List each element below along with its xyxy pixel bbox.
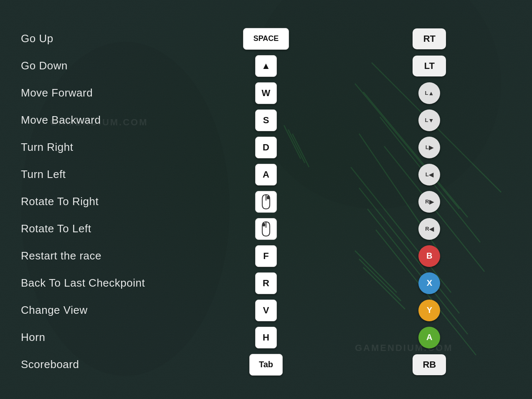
binding-row: Turn Left A L◀ bbox=[21, 161, 511, 188]
action-label: Horn bbox=[21, 331, 184, 344]
keyboard-col: ▲ bbox=[184, 55, 347, 77]
gp-lt: LT bbox=[413, 56, 446, 76]
keyboard-col bbox=[184, 191, 347, 213]
gamepad-col: B bbox=[348, 245, 511, 267]
keyboard-col: V bbox=[184, 300, 347, 321]
key-f: F bbox=[255, 245, 277, 267]
gp-y-button: Y bbox=[418, 300, 440, 321]
main-container: Go Up SPACE RT Go Down ▲ LT Move Forward… bbox=[0, 0, 532, 391]
gamepad-col: LT bbox=[348, 56, 511, 76]
mouse-left-icon bbox=[255, 218, 277, 240]
gamepad-col: L▶ bbox=[348, 137, 511, 158]
bindings-list: Go Up SPACE RT Go Down ▲ LT Move Forward… bbox=[21, 25, 511, 378]
keyboard-col: SPACE bbox=[184, 28, 347, 50]
keyboard-col: A bbox=[184, 164, 347, 186]
binding-row: Move Forward W L▲ bbox=[21, 79, 511, 107]
gamepad-col: X bbox=[348, 272, 511, 294]
binding-row: Change View V Y bbox=[21, 297, 511, 324]
action-label: Move Backward bbox=[21, 114, 184, 127]
key-h: H bbox=[255, 327, 277, 348]
key-▲: ▲ bbox=[255, 55, 277, 77]
header-row bbox=[21, 13, 511, 17]
action-label: Go Up bbox=[21, 32, 184, 45]
key-d: D bbox=[255, 137, 277, 158]
rstick-right-icon: R▶ bbox=[418, 191, 440, 213]
action-label: Change View bbox=[21, 304, 184, 317]
keyboard-col: D bbox=[184, 137, 347, 158]
gp-a-button: A bbox=[418, 327, 440, 348]
mouse-right-icon bbox=[255, 191, 277, 213]
keyboard-col: F bbox=[184, 245, 347, 267]
binding-row: Horn H A bbox=[21, 324, 511, 351]
gamepad-col: R▶ bbox=[348, 191, 511, 213]
action-label: Move Forward bbox=[21, 86, 184, 99]
key-space: SPACE bbox=[243, 28, 289, 50]
key-a: A bbox=[255, 164, 277, 186]
binding-row: Rotate To Right R▶ bbox=[21, 188, 511, 215]
keyboard-col: R bbox=[184, 272, 347, 294]
gamepad-col: A bbox=[348, 327, 511, 348]
action-label: Restart the race bbox=[21, 249, 184, 262]
gp-rt: RT bbox=[413, 28, 446, 49]
keyboard-col: Tab bbox=[184, 354, 347, 376]
stick-right-icon: L▶ bbox=[418, 137, 440, 158]
key-s: S bbox=[255, 109, 277, 131]
stick-left-icon: L◀ bbox=[418, 164, 440, 186]
stick-up-icon: L▲ bbox=[418, 82, 440, 104]
key-w: W bbox=[255, 82, 277, 104]
svg-rect-23 bbox=[263, 223, 265, 226]
action-label: Rotate To Left bbox=[21, 222, 184, 235]
gp-rb: RB bbox=[413, 354, 446, 375]
keyboard-col bbox=[184, 218, 347, 240]
key-r: R bbox=[255, 272, 277, 294]
key-v: V bbox=[255, 300, 277, 321]
keyboard-col: S bbox=[184, 109, 347, 131]
binding-row: Turn Right D L▶ bbox=[21, 134, 511, 161]
gamepad-col: RT bbox=[348, 28, 511, 49]
action-label: Rotate To Right bbox=[21, 195, 184, 208]
binding-row: Rotate To Left R◀ bbox=[21, 215, 511, 242]
key-tab: Tab bbox=[249, 354, 283, 376]
gamepad-col: L▲ bbox=[348, 82, 511, 104]
binding-row: Move Backward S L▼ bbox=[21, 107, 511, 134]
svg-rect-21 bbox=[267, 196, 269, 199]
gamepad-col: L◀ bbox=[348, 164, 511, 186]
gamepad-col: Y bbox=[348, 300, 511, 321]
binding-row: Back To Last Checkpoint R X bbox=[21, 269, 511, 297]
stick-down-icon: L▼ bbox=[418, 109, 440, 131]
rstick-left-icon: R◀ bbox=[418, 218, 440, 240]
action-label: Back To Last Checkpoint bbox=[21, 277, 184, 290]
action-label: Go Down bbox=[21, 59, 184, 72]
action-label: Scoreboard bbox=[21, 358, 184, 371]
gamepad-col: RB bbox=[348, 354, 511, 375]
action-label: Turn Left bbox=[21, 168, 184, 181]
keyboard-col: H bbox=[184, 327, 347, 348]
gp-x-button: X bbox=[418, 272, 440, 294]
binding-row: Restart the race F B bbox=[21, 242, 511, 269]
gp-b-button: B bbox=[418, 245, 440, 267]
binding-row: Go Up SPACE RT bbox=[21, 25, 511, 52]
binding-row: Go Down ▲ LT bbox=[21, 52, 511, 79]
gamepad-col: L▼ bbox=[348, 109, 511, 131]
keyboard-col: W bbox=[184, 82, 347, 104]
gamepad-col: R◀ bbox=[348, 218, 511, 240]
action-label: Turn Right bbox=[21, 141, 184, 154]
binding-row: Scoreboard Tab RB bbox=[21, 351, 511, 378]
